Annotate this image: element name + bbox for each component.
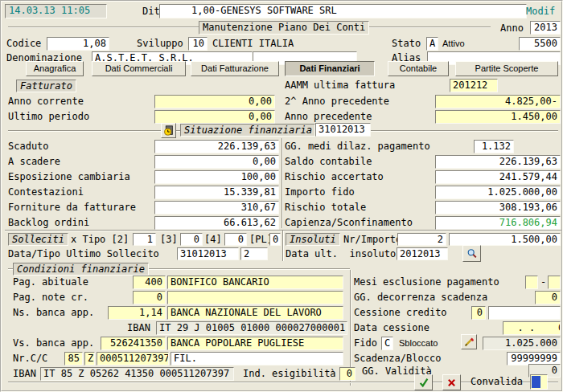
stato-label: Stato <box>392 37 421 51</box>
a-scadere-label: A scadere <box>8 155 60 169</box>
data-ultimo-insoluto-label: Data ult. insoluto <box>286 247 396 261</box>
pen-icon <box>464 337 475 347</box>
ns-banca-desc-field[interactable]: BANCA NAZIONALE DEL LAVORO <box>167 306 343 320</box>
data-cessione-label: Data cessione <box>354 321 429 335</box>
importo-fido-label: Importo fido <box>285 186 355 199</box>
cancel-button[interactable] <box>442 374 461 390</box>
insoluti-nr-field[interactable]: 2 <box>397 233 446 246</box>
tab-dati-commerciali[interactable]: Dati Commerciali <box>92 61 186 76</box>
rischio-accertato-field[interactable]: 241.579,44 <box>435 170 561 184</box>
ns-banca-label: Ns. banca app. <box>13 306 94 320</box>
data-cessione-field[interactable]: . . 0 <box>503 321 561 335</box>
pag-abituale-code-field[interactable]: 400 <box>133 276 166 289</box>
tab-anagrafica[interactable]: Anagrafica <box>26 61 84 76</box>
stato-field[interactable]: A <box>426 37 438 51</box>
convalida-indicator-fill <box>532 376 540 388</box>
solleciti-tipo3-field[interactable]: 0 <box>180 233 203 246</box>
ncc-label: Nr.C/C <box>13 352 47 365</box>
check-icon <box>418 377 429 388</box>
situazione-col-divider <box>282 138 283 228</box>
anno-prec-field[interactable]: 1.450,00 <box>435 110 561 124</box>
anno-corrente-field[interactable]: 0,00 <box>154 95 275 108</box>
pag-note-code-field[interactable]: 0 <box>133 291 166 304</box>
vs-banca-desc-field[interactable]: BANCA POPOLARE PUGLIESE <box>167 337 343 350</box>
importo-fido-field[interactable]: 1.025.000,00 <box>435 186 561 199</box>
convalida-label: Convalida <box>471 375 523 389</box>
pag-note-desc-field[interactable] <box>167 291 343 304</box>
vs-banca-code-field[interactable]: 526241350 <box>101 337 166 350</box>
mesi-esclusione-a-field[interactable] <box>548 276 561 289</box>
esigibilita-field[interactable]: 0 <box>339 367 355 381</box>
iban1-label: IBAN <box>127 321 150 335</box>
situazione-report-button[interactable] <box>161 123 176 138</box>
tab-dati-fatturazione[interactable]: Dati Fatturazione <box>191 61 279 76</box>
insoluto-lookup-button[interactable] <box>462 245 481 262</box>
stato-desc: Attivo <box>442 37 465 51</box>
ultimo-periodo-label: Ultimo periodo <box>8 110 89 124</box>
ultimo-periodo-field[interactable]: 0,00 <box>154 110 275 124</box>
solleciti-tipo4-field[interactable]: 0 <box>224 233 247 246</box>
scaduto-field[interactable]: 226.139,63 <box>154 140 279 153</box>
ncc-numero-field[interactable]: 000511207397 <box>97 352 169 365</box>
rischio-totale-field[interactable]: 308.193,06 <box>435 201 561 214</box>
fido-tipo-field[interactable]: C <box>381 337 393 350</box>
backlog-field[interactable]: 66.613,62 <box>154 216 279 230</box>
ncc-abi-field[interactable]: 85 <box>64 352 83 365</box>
fido-edit-button[interactable] <box>461 334 477 349</box>
esposizione-field[interactable]: 100,00 <box>154 170 279 184</box>
cessione-credito-field[interactable]: 0 <box>471 306 486 320</box>
solleciti-tipopl-field[interactable]: 0 <box>269 233 281 246</box>
pag-abituale-desc-field[interactable]: BONIFICO BANCARIO <box>167 276 343 289</box>
section-label-fatturato: Fatturato <box>16 80 76 92</box>
gg-decorrenza-label: GG. decorrenza scadenza <box>354 291 487 304</box>
aamm-ultima-fattura-field[interactable]: 201212 <box>450 79 498 92</box>
gg-decorrenza-field[interactable]: 0 <box>535 291 561 304</box>
solleciti-tipo3-label: [3] <box>160 233 178 247</box>
situazione-date-field[interactable]: 31012013 <box>315 123 371 137</box>
ncc-filiale-field[interactable]: FIL. <box>171 352 343 365</box>
backlog-label: Backlog ordini <box>8 216 89 230</box>
mesi-esclusione-label: Mesi esclusione pagamento <box>354 276 499 289</box>
contestazioni-field[interactable]: 15.339,81 <box>154 186 279 199</box>
scadenza-blocco-label: Scadenza/Blocco <box>354 352 441 365</box>
saldo-contabile-field[interactable]: 226.139,63 <box>435 155 561 169</box>
codice-field[interactable]: 1,08 <box>47 37 109 51</box>
capienza-field[interactable]: 716.806,94 <box>435 216 561 230</box>
gg-dilaz-field[interactable]: 1.132 <box>474 140 514 153</box>
fido-importo-field[interactable]: 1.025.000 <box>483 337 561 350</box>
anno-corrente-label: Anno corrente <box>8 95 84 108</box>
tab-contabile[interactable]: Contabile <box>388 61 449 76</box>
iban2-field[interactable]: IT 85 Z 05262 41350 000511207397 <box>40 367 234 381</box>
clock-document-icon <box>163 125 174 136</box>
forniture-field[interactable]: 310,67 <box>154 201 279 214</box>
insoluti-nr-importo-label: Nr/Importo <box>343 233 401 247</box>
insoluti-importo-field[interactable]: 1.500,00 <box>449 233 561 246</box>
esigibilita-label: Ind. esigibilità <box>243 367 336 381</box>
section-label-insoluti: Insoluti <box>286 233 340 246</box>
confirm-button[interactable] <box>414 374 433 390</box>
anno-field[interactable]: 2013 <box>530 21 561 35</box>
esposizione-label: Esposizione cambiaria <box>8 170 130 184</box>
anno-prec2-field[interactable]: 4.825,00- <box>435 95 561 108</box>
sviluppo-field[interactable]: 10 <box>188 37 208 51</box>
cessione-desc-field[interactable] <box>488 306 561 320</box>
tipo-ultimo-sollecito-field[interactable]: 2 <box>240 247 268 260</box>
app-window: 14.03.13 11:05 Ditta 1,00-GENESYS SOFTWA… <box>0 0 563 392</box>
data-ultimo-sollecito-field[interactable]: 31012013 <box>177 247 239 260</box>
rischio-totale-label: Rischio totale <box>285 201 366 214</box>
iban1-field[interactable]: IT 29 J 01005 01000 000027000001 <box>156 321 347 335</box>
solleciti-tipo2-field[interactable]: 1 <box>133 233 156 246</box>
solleciti-tipo-label: x Tipo [2] <box>71 233 129 247</box>
modif-link[interactable]: Modif <box>526 5 555 18</box>
ns-banca-code-field[interactable]: 1,14 <box>108 306 166 320</box>
ncc-cin-field[interactable]: Z <box>84 352 95 365</box>
forniture-label: Forniture da fatturare <box>8 201 136 214</box>
tab-dati-finanziari[interactable]: Dati Finanziari <box>285 61 375 76</box>
tab-partite-scoperte[interactable]: Partite Scoperte <box>455 61 558 76</box>
convalida-indicator[interactable] <box>530 374 548 390</box>
mesi-esclusione-da-field[interactable] <box>525 276 538 289</box>
a-scadere-field[interactable]: 0,00 <box>154 155 279 169</box>
data-ultimo-insoluto-field[interactable]: 2012013 <box>397 247 448 260</box>
conto-field[interactable]: 5500 <box>519 37 561 51</box>
ditta-field[interactable]: 1,00-GENESYS SOFTWARE SRL <box>159 4 527 18</box>
